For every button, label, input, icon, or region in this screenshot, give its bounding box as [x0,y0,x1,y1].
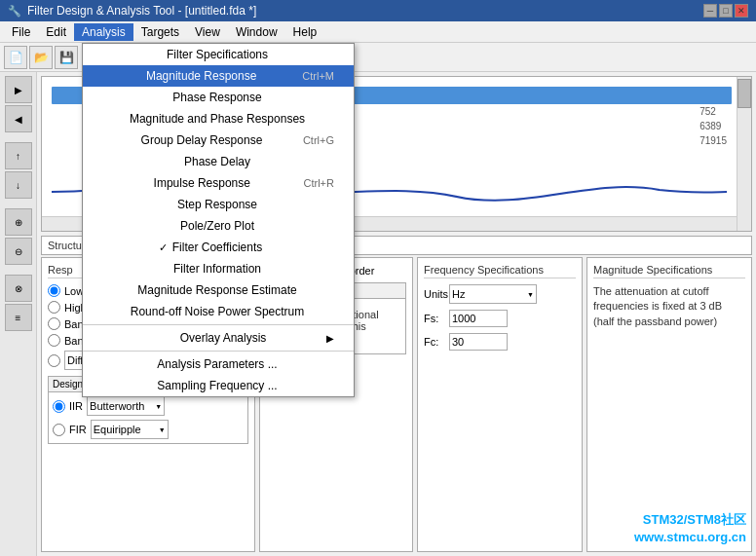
maximize-button[interactable]: □ [719,4,733,18]
open-button[interactable]: 📂 [29,46,53,69]
plot-value-3: 71915 [699,135,727,146]
menu-item-magnitude-response[interactable]: Magnitude Response Ctrl+M [83,65,354,87]
fir-option[interactable]: FIR Equiripple Least-squares Window [53,420,244,439]
sidebar-btn-4[interactable]: ↓ [5,171,32,199]
menu-item-pole-zero[interactable]: Pole/Zero Plot [83,215,354,237]
menu-analysis[interactable]: Analysis [74,23,133,41]
menu-item-filter-specs[interactable]: Filter Specifications [83,44,354,65]
freq-specs-title: Frequency Specifications [424,264,576,278]
menu-file[interactable]: File [4,23,38,41]
menu-help[interactable]: Help [285,23,325,41]
mag-specs-panel: Magnitude Specifications The attenuation… [586,257,752,552]
analysis-dropdown-menu: Filter Specifications Magnitude Response… [82,43,355,397]
menu-item-filter-information[interactable]: Filter Information [83,258,354,279]
title-bar-controls: ─ □ ✕ [703,4,748,18]
plot-scrollbar-v[interactable] [737,77,751,231]
menu-window[interactable]: Window [228,23,285,41]
mag-specs-title: Magnitude Specifications [593,264,745,278]
save-button[interactable]: 💾 [55,46,78,69]
units-dropdown-wrapper: Hz kHz MHz Normalized (0 to 1) [449,284,537,304]
title-bar-icon: 🔧 [8,5,21,18]
menu-item-sampling-frequency[interactable]: Sampling Frequency ... [83,375,354,396]
menu-item-phase-delay[interactable]: Phase Delay [83,151,354,172]
app-title: Filter Design & Analysis Tool - [untitle… [27,4,703,18]
fs-input[interactable] [449,310,508,327]
new-button[interactable]: 📄 [4,46,27,69]
fc-input[interactable] [449,333,508,351]
fc-row: Fc: [424,333,576,351]
sidebar-btn-3[interactable]: ↑ [5,142,32,169]
sidebar-btn-2[interactable]: ◀ [5,105,32,132]
minimize-button[interactable]: ─ [703,4,717,18]
left-sidebar: ▶ ◀ ↑ ↓ ⊕ ⊖ ⊗ ≡ [0,72,37,556]
menu-sep-2 [83,351,354,352]
plot-value-1: 752 [699,106,727,117]
menu-item-mag-response-estimate[interactable]: Magnitude Response Estimate [83,279,354,301]
sidebar-btn-6[interactable]: ⊖ [5,238,32,265]
menu-targets[interactable]: Targets [133,23,187,41]
mag-description: The attenuation at cutoff frequencies is… [593,284,745,329]
menu-edit[interactable]: Edit [38,23,74,41]
fs-row: Fs: [424,310,576,327]
menu-item-filter-coefficients[interactable]: ✓Filter Coefficients [83,237,354,258]
units-dropdown[interactable]: Hz kHz MHz Normalized (0 to 1) [449,284,537,304]
menu-sep-1 [83,324,354,325]
close-button[interactable]: ✕ [735,4,748,18]
menu-view[interactable]: View [187,23,228,41]
iir-dropdown-wrapper: Butterworth Chebyshev I Chebyshev II Ell… [87,396,165,416]
menu-item-mag-phase[interactable]: Magnitude and Phase Responses [83,108,354,130]
sidebar-btn-5[interactable]: ⊕ [5,208,32,236]
fir-type-dropdown[interactable]: Equiripple Least-squares Window [91,420,169,439]
units-label: Units: [424,288,443,300]
fs-label: Fs: [424,313,443,324]
menu-item-group-delay[interactable]: Group Delay Response Ctrl+G [83,130,354,151]
menu-item-overlay-analysis[interactable]: Overlay Analysis ▶ [83,327,354,349]
title-bar: 🔧 Filter Design & Analysis Tool - [untit… [0,0,756,21]
menu-item-analysis-params[interactable]: Analysis Parameters ... [83,353,354,375]
menu-item-step-response[interactable]: Step Response [83,194,354,215]
menu-item-phase-response[interactable]: Phase Response [83,87,354,108]
iir-type-dropdown[interactable]: Butterworth Chebyshev I Chebyshev II Ell… [87,396,165,416]
fc-label: Fc: [424,336,443,348]
plot-value-2: 6389 [699,121,727,131]
sidebar-btn-8[interactable]: ≡ [5,304,32,331]
units-row: Units: Hz kHz MHz Normalized (0 to 1) [424,284,576,304]
menu-item-impulse-response[interactable]: Impulse Response Ctrl+R [83,172,354,194]
menu-bar: File Edit Analysis Targets View Window H… [0,21,756,43]
fir-dropdown-wrapper: Equiripple Least-squares Window [91,420,169,439]
freq-specs-panel: Frequency Specifications Units: Hz kHz M… [417,257,583,552]
sidebar-btn-1[interactable]: ▶ [5,76,32,103]
iir-option[interactable]: IIR Butterworth Chebyshev I Chebyshev II… [53,396,244,416]
menu-item-roundoff-noise[interactable]: Round-off Noise Power Spectrum [83,301,354,322]
sidebar-btn-7[interactable]: ⊗ [5,275,32,302]
